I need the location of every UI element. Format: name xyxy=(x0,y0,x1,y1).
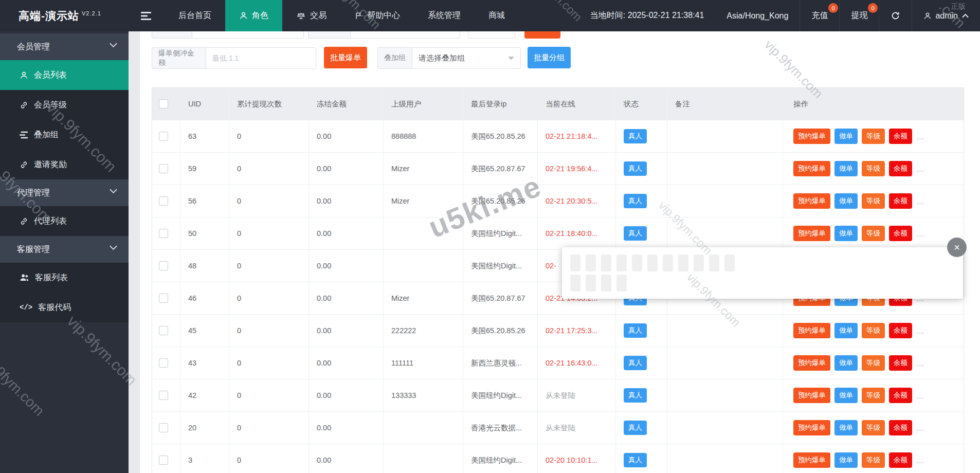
reserve-burst-button[interactable]: 预约爆单 xyxy=(793,226,830,241)
row-checkbox[interactable] xyxy=(159,358,168,368)
popup-action-button[interactable] xyxy=(570,275,580,292)
sidebar-collapse-button[interactable] xyxy=(129,0,165,31)
make-order-button[interactable]: 做单 xyxy=(834,161,858,176)
admin-dropdown[interactable]: admin xyxy=(912,0,980,31)
status-badge[interactable]: 真人 xyxy=(624,226,647,241)
status-badge[interactable]: 真人 xyxy=(624,421,647,435)
row-checkbox[interactable] xyxy=(159,164,168,173)
popup-action-button[interactable] xyxy=(616,275,627,292)
popup-action-button[interactable] xyxy=(570,254,580,271)
sidebar-item-service-list[interactable]: 客服列表 xyxy=(0,263,129,293)
popup-action-button[interactable] xyxy=(647,254,658,271)
row-checkbox[interactable] xyxy=(159,229,168,238)
status-badge[interactable]: 真人 xyxy=(624,194,647,208)
balance-button[interactable]: 余额 xyxy=(889,355,912,371)
popup-action-button[interactable] xyxy=(694,254,704,271)
make-order-button[interactable]: 做单 xyxy=(834,420,858,435)
status-badge[interactable]: 真人 xyxy=(624,356,647,370)
level-button[interactable]: 等级 xyxy=(862,452,885,468)
sidebar-group-agent[interactable]: 代理管理 xyxy=(0,179,129,206)
reserve-burst-button[interactable]: 预约爆单 xyxy=(793,420,830,435)
level-button[interactable]: 等级 xyxy=(862,420,885,435)
balance-button[interactable]: 余额 xyxy=(889,193,912,209)
popup-action-button[interactable] xyxy=(601,275,611,292)
menu-item-role[interactable]: 角色 xyxy=(225,0,282,31)
reserve-burst-button[interactable]: 预约爆单 xyxy=(793,388,830,403)
level-button[interactable]: 等级 xyxy=(862,355,885,371)
reserve-burst-button[interactable]: 预约爆单 xyxy=(793,452,830,468)
popup-action-button[interactable] xyxy=(616,254,627,271)
popup-action-button[interactable] xyxy=(586,275,596,292)
withdraw-button[interactable]: 提现 0 xyxy=(839,0,879,31)
burst-amount-input[interactable] xyxy=(206,47,316,69)
more-actions-button[interactable]: ... xyxy=(916,359,924,368)
balance-button[interactable]: 余额 xyxy=(889,161,912,176)
balance-button[interactable]: 余额 xyxy=(889,420,912,435)
more-actions-button[interactable]: ... xyxy=(916,326,924,335)
sidebar-group-service[interactable]: 客服管理 xyxy=(0,236,129,263)
sidebar-group-member[interactable]: 会员管理 xyxy=(0,33,129,60)
stack-group-select[interactable]: 请选择叠加组 xyxy=(412,47,521,69)
sidebar-item-agent-list[interactable]: 代理列表 xyxy=(0,206,129,236)
make-order-button[interactable]: 做单 xyxy=(834,193,858,209)
search-button[interactable] xyxy=(524,31,560,39)
popup-action-button[interactable] xyxy=(709,254,719,271)
popup-action-button[interactable] xyxy=(663,254,673,271)
refresh-button[interactable] xyxy=(879,0,912,31)
level-button[interactable]: 等级 xyxy=(862,129,885,144)
status-badge[interactable]: 真人 xyxy=(624,161,647,176)
more-actions-button[interactable]: ... xyxy=(916,456,924,465)
make-order-button[interactable]: 做单 xyxy=(834,323,858,338)
menu-item-system[interactable]: 系统管理 xyxy=(414,0,475,31)
row-checkbox[interactable] xyxy=(159,391,168,400)
sidebar-item-stack-group[interactable]: 叠加组 xyxy=(0,120,129,150)
popup-action-button[interactable] xyxy=(601,254,611,271)
row-checkbox[interactable] xyxy=(159,294,168,303)
reserve-burst-button[interactable]: 预约爆单 xyxy=(793,193,830,209)
reserve-burst-button[interactable]: 预约爆单 xyxy=(793,161,830,176)
reserve-burst-button[interactable]: 预约爆单 xyxy=(793,129,830,144)
make-order-button[interactable]: 做单 xyxy=(834,129,858,144)
row-checkbox[interactable] xyxy=(159,261,168,270)
reserve-burst-button[interactable]: 预约爆单 xyxy=(793,323,830,338)
level-button[interactable]: 等级 xyxy=(862,161,885,176)
balance-button[interactable]: 余额 xyxy=(889,452,912,468)
search-input-2[interactable] xyxy=(350,31,460,39)
make-order-button[interactable]: 做单 xyxy=(834,226,858,241)
more-actions-button[interactable]: ... xyxy=(916,165,924,173)
select-all-checkbox[interactable] xyxy=(159,99,168,108)
row-checkbox[interactable] xyxy=(159,132,168,141)
reserve-burst-button[interactable]: 预约爆单 xyxy=(793,355,830,371)
popup-close-button[interactable]: × xyxy=(947,238,967,257)
balance-button[interactable]: 余额 xyxy=(889,388,912,403)
balance-button[interactable]: 余额 xyxy=(889,129,912,144)
level-button[interactable]: 等级 xyxy=(862,323,885,338)
row-checkbox[interactable] xyxy=(159,196,168,206)
level-button[interactable]: 等级 xyxy=(862,226,885,241)
popup-action-button[interactable] xyxy=(678,254,688,271)
menu-item-help[interactable]: 帮助中心 xyxy=(340,0,414,31)
make-order-button[interactable]: 做单 xyxy=(834,452,858,468)
status-badge[interactable]: 真人 xyxy=(624,323,647,338)
more-actions-button[interactable]: ... xyxy=(916,132,924,141)
make-order-button[interactable]: 做单 xyxy=(834,355,858,371)
recharge-button[interactable]: 充值 0 xyxy=(800,0,839,31)
row-checkbox[interactable] xyxy=(159,326,168,335)
search-input-1[interactable] xyxy=(192,31,304,39)
make-order-button[interactable]: 做单 xyxy=(834,388,858,403)
menu-item-home[interactable]: 后台首页 xyxy=(165,0,225,31)
status-badge[interactable]: 真人 xyxy=(624,129,647,143)
search-type-select[interactable] xyxy=(468,31,515,39)
level-button[interactable]: 等级 xyxy=(862,388,885,403)
row-checkbox[interactable] xyxy=(159,456,168,465)
batch-group-button[interactable]: 批量分组 xyxy=(528,47,571,68)
balance-button[interactable]: 余额 xyxy=(889,226,912,241)
status-badge[interactable]: 真人 xyxy=(624,453,647,467)
sidebar-item-member-list[interactable]: 会员列表 xyxy=(0,60,129,90)
popup-action-button[interactable] xyxy=(632,254,642,271)
more-actions-button[interactable]: ... xyxy=(916,391,924,400)
more-actions-button[interactable]: ... xyxy=(916,197,924,206)
row-checkbox[interactable] xyxy=(159,423,168,432)
more-actions-button[interactable]: ... xyxy=(916,229,924,238)
level-button[interactable]: 等级 xyxy=(862,193,885,209)
